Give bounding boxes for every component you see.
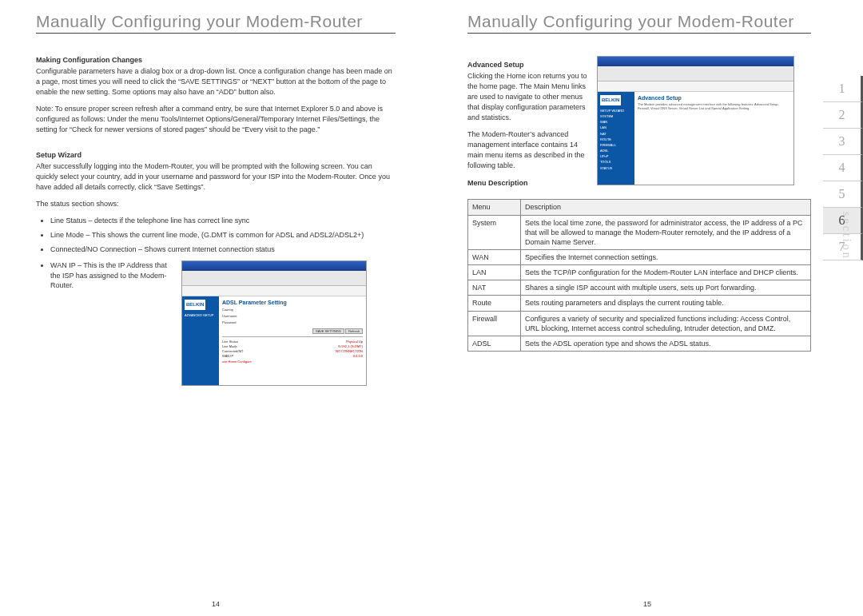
- table-row: NATShares a single ISP account with mult…: [468, 280, 811, 296]
- menu-description-table: Menu Description SystemSets the local ti…: [467, 199, 811, 352]
- table-row: ADSLSets the ADSL operation type and sho…: [468, 336, 811, 351]
- bullet-connection: Connected/NO Connection – Shows current …: [50, 244, 396, 255]
- title-rule-left: [36, 33, 396, 34]
- th-menu: Menu: [468, 200, 521, 215]
- section-tab-1[interactable]: 1: [823, 76, 863, 102]
- table-row: SystemSets the local time zone, the pass…: [468, 215, 811, 249]
- section-tab-3[interactable]: 3: [823, 129, 863, 155]
- para-status-intro: The status section shows:: [36, 199, 396, 209]
- heading-making-config: Making Configuration Changes: [36, 56, 396, 64]
- section-tab-4[interactable]: 4: [823, 155, 863, 181]
- para-wizard: After successfully logging into the Mode…: [36, 161, 396, 193]
- heading-menu-description: Menu Description: [467, 179, 587, 187]
- two-page-spread: Manually Configuring your Modem-Router M…: [0, 0, 863, 616]
- table-row: WANSpecifies the Internet connection set…: [468, 249, 811, 264]
- bullet-line-status: Line Status – detects if the telephone l…: [50, 216, 396, 226]
- page-left: Manually Configuring your Modem-Router M…: [0, 0, 432, 616]
- heading-advanced-setup: Advanced Setup: [467, 61, 587, 69]
- page-number-right: 15: [643, 600, 651, 608]
- page-right: Manually Configuring your Modem-Router A…: [432, 0, 863, 616]
- bullet-wan-ip: WAN IP – This is the IP Address that the…: [50, 260, 172, 291]
- screenshot-advanced-setup: BELKIN SETUP WIZARDSYSTEMWANLANNATROUTEF…: [597, 56, 794, 185]
- para-config-1: Configurable parameters have a dialog bo…: [36, 66, 396, 97]
- para-adv-2: The Modem-Router’s advanced management i…: [467, 129, 587, 171]
- para-config-note: Note: To ensure proper screen refresh af…: [36, 104, 396, 135]
- page-number-left: 14: [212, 600, 220, 608]
- advanced-setup-block: Advanced Setup Clicking the Home icon re…: [467, 56, 811, 189]
- table-row: LANSets the TCP/IP configuration for the…: [468, 265, 811, 280]
- th-description: Description: [521, 200, 811, 215]
- table-row: FirewallConfigures a variety of security…: [468, 311, 811, 336]
- wanip-and-screenshot: WAN IP – This is the IP Address that the…: [36, 260, 396, 386]
- page-title-left: Manually Configuring your Modem-Router: [36, 12, 396, 31]
- status-bullet-list: Line Status – detects if the telephone l…: [36, 216, 396, 254]
- section-tab-5[interactable]: 5: [823, 181, 863, 208]
- section-label: section: [840, 212, 853, 260]
- table-row: RouteSets routing parameters and display…: [468, 296, 811, 311]
- bullet-line-mode: Line Mode – This shows the current line …: [50, 230, 396, 240]
- page-title-right: Manually Configuring your Modem-Router: [467, 12, 811, 31]
- screenshot-setup-wizard: BELKIN ADVANCED SETUP ADSL Parameter Set…: [181, 260, 367, 386]
- section-tab-2[interactable]: 2: [823, 102, 863, 129]
- para-adv-1: Clicking the Home icon returns you to th…: [467, 71, 587, 123]
- title-rule-right: [467, 33, 811, 34]
- heading-setup-wizard: Setup Wizard: [36, 151, 396, 159]
